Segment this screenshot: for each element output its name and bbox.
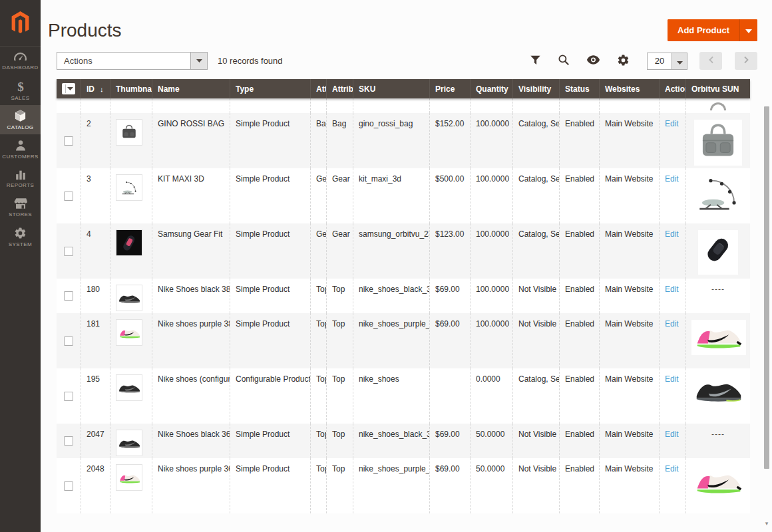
column-header-name[interactable]: Name [152, 79, 230, 98]
row-checkbox[interactable] [64, 247, 73, 256]
previous-page-button[interactable] [699, 52, 722, 70]
page-size-control: 20 [647, 53, 687, 70]
cell-price: $123.00 [429, 223, 470, 279]
svg-text:$: $ [17, 80, 24, 93]
sidebar-item-stores[interactable]: STORES [0, 193, 41, 222]
admin-sidebar: DASHBOARD$ SALES CATALOG CUSTOMERS REPOR… [0, 0, 41, 532]
actions-select[interactable]: Actions [57, 52, 208, 70]
caret-down-icon [65, 84, 74, 93]
column-header-attribu[interactable]: Attribu [326, 79, 353, 98]
cell-att: Top [310, 458, 326, 513]
products-grid: ID↓ThumbnailNameTypeAttAttribuSKUPriceQu… [57, 79, 750, 513]
reports-icon [15, 169, 27, 180]
scrollbar-thumb[interactable] [764, 106, 769, 469]
cell-name: Nike Shoes black 36 [152, 424, 230, 458]
filters-button[interactable] [530, 55, 541, 68]
column-header-label: Attribu [332, 84, 353, 94]
select-all-dropdown[interactable] [62, 83, 75, 94]
kit-large [691, 175, 745, 215]
column-header-sku[interactable]: SKU [353, 79, 429, 98]
edit-link[interactable]: Edit [665, 174, 679, 184]
cell-id: 195 [81, 368, 110, 424]
shoe-pink-large [691, 465, 746, 500]
partial-scrolled-row [57, 98, 750, 113]
search-button[interactable] [558, 54, 570, 68]
edit-link[interactable]: Edit [665, 374, 679, 384]
cell-orbitvu-sun [685, 313, 750, 368]
sidebar-item-label: CATALOG [7, 124, 34, 130]
column-header-websites[interactable]: Websites [599, 79, 659, 98]
shoe-pink-thumb [116, 464, 142, 491]
sidebar-item-dashboard[interactable]: DASHBOARD [0, 47, 41, 76]
cell-name: GINO ROSSI BAG [152, 113, 230, 168]
column-header-price[interactable]: Price [429, 79, 470, 98]
column-header-id[interactable]: ID↓ [81, 79, 110, 98]
row-checkbox[interactable] [64, 436, 73, 446]
next-page-button[interactable] [735, 52, 757, 70]
magento-admin-products-page: DASHBOARD$ SALES CATALOG CUSTOMERS REPOR… [0, 0, 772, 532]
column-header-orbitvu-sun[interactable]: Orbitvu SUN [685, 79, 750, 98]
search-icon [558, 54, 570, 68]
sidebar-item-catalog[interactable]: CATALOG [0, 105, 41, 134]
cell-type: Simple Product [230, 168, 310, 223]
cell-status: Enabled [559, 424, 599, 458]
magento-logo-icon[interactable] [0, 0, 41, 47]
edit-link[interactable]: Edit [665, 285, 679, 294]
column-header-status[interactable]: Status [559, 79, 599, 98]
sidebar-item-sales[interactable]: $ SALES [0, 76, 41, 105]
cell-thumbnail [110, 424, 152, 458]
column-header-quantity[interactable]: Quantity [470, 79, 512, 98]
column-header-action[interactable]: Action [659, 79, 685, 98]
cell-action: Edit [659, 223, 685, 279]
scrollbar-down-arrow-icon[interactable]: ▾ [763, 520, 770, 527]
edit-link[interactable]: Edit [665, 464, 679, 473]
row-checkbox[interactable] [64, 291, 73, 301]
cell-attribute: Bag [326, 113, 353, 168]
shoe-pink-large [691, 320, 746, 355]
column-header-att[interactable]: Att [310, 79, 326, 98]
edit-link[interactable]: Edit [665, 430, 679, 439]
row-select-cell [57, 458, 81, 513]
edit-link[interactable]: Edit [665, 119, 679, 128]
sidebar-item-system[interactable]: SYSTEM [0, 222, 41, 251]
sidebar-item-reports[interactable]: REPORTS [0, 164, 41, 193]
cell-sku: gino_rossi_bag [353, 113, 429, 168]
cell-att: Gear [310, 168, 326, 223]
cell-att: Top [310, 279, 326, 313]
column-header-thumbnail[interactable]: Thumbnail [110, 79, 152, 98]
row-checkbox[interactable] [64, 392, 73, 401]
cell-status: Enabled [559, 458, 599, 513]
cell-id: 2047 [81, 424, 110, 458]
column-header-type[interactable]: Type [230, 79, 310, 98]
partial-row-cell [429, 98, 470, 113]
cell-websites: Main Website [599, 458, 659, 513]
sidebar-item-customers[interactable]: CUSTOMERS [0, 134, 41, 164]
edit-link[interactable]: Edit [665, 319, 679, 329]
row-checkbox[interactable] [64, 192, 73, 201]
cell-att: Top [310, 424, 326, 458]
add-product-dropdown-caret[interactable] [739, 19, 757, 41]
partial-product-image [710, 102, 726, 110]
add-product-button[interactable]: Add Product [668, 19, 739, 41]
cell-type: Simple Product [230, 223, 310, 279]
cell-quantity: 50.0000 [470, 458, 512, 513]
column-header-visibility[interactable]: Visibility [512, 79, 559, 98]
edit-link[interactable]: Edit [665, 229, 679, 239]
row-checkbox[interactable] [64, 136, 73, 146]
cell-sku: nike_shoes_black_38 [353, 279, 429, 313]
bag-large [694, 120, 742, 166]
views-button[interactable] [586, 55, 600, 66]
columns-settings-button[interactable] [617, 54, 630, 68]
row-checkbox[interactable] [64, 481, 73, 491]
cell-visibility: Not Visible Ind [512, 313, 559, 368]
cell-quantity: 100.0000 [470, 223, 512, 279]
partial-row-cell [326, 98, 353, 113]
column-header-label: ID [87, 84, 95, 94]
page-size-caret[interactable] [672, 53, 687, 70]
row-checkbox[interactable] [64, 336, 73, 346]
cell-thumbnail [110, 458, 152, 513]
cell-orbitvu-sun [685, 368, 750, 424]
page-size-value[interactable]: 20 [647, 53, 672, 70]
partial-row-cell [152, 98, 230, 113]
cell-orbitvu-sun: ---- [685, 424, 750, 458]
